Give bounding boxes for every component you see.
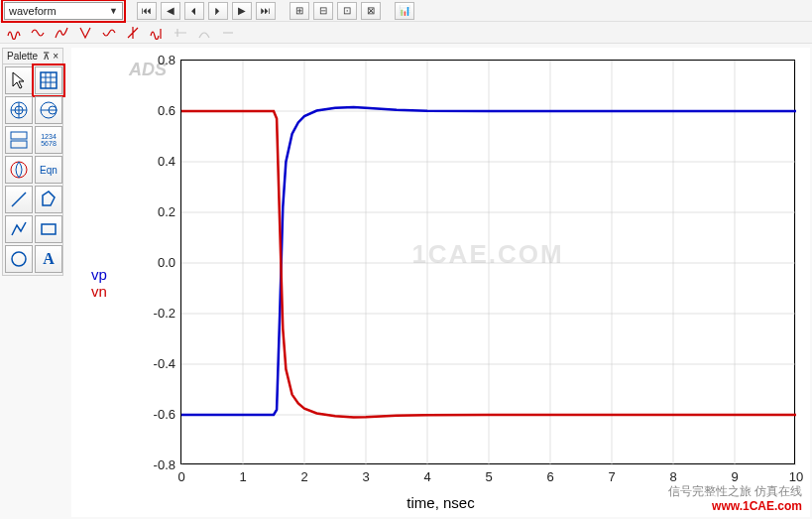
- x-tick-label: 7: [602, 469, 622, 484]
- footer-url: www.1CAE.com: [668, 499, 802, 515]
- x-tick-label: 4: [417, 469, 437, 484]
- footer-cn: 信号完整性之旅 仿真在线: [668, 484, 802, 500]
- rectangular-plot-tool[interactable]: [35, 66, 62, 94]
- y-tick-label: 0.0: [140, 255, 175, 270]
- zoom-out-button[interactable]: ⊟: [313, 2, 333, 20]
- marker-tool-1[interactable]: [4, 24, 24, 42]
- y-tick-label: -0.8: [140, 457, 175, 472]
- plot-region[interactable]: 1CAE.COM 012345678910-0.8-0.6-0.4-0.20.0…: [180, 60, 795, 464]
- stacked-plot-tool[interactable]: [5, 126, 33, 154]
- marker-tool-8[interactable]: [171, 24, 190, 42]
- svg-rect-5: [11, 132, 27, 139]
- antenna-plot-tool[interactable]: [5, 156, 33, 184]
- marker-tool-9[interactable]: [194, 24, 214, 42]
- plot-svg: [181, 61, 796, 465]
- y-tick-label: 0.2: [140, 204, 175, 219]
- chart-area: ADS vp vn 1CAE.COM 012345678910-0.8-0.6-…: [71, 48, 810, 517]
- palette-title-bar: Palette ⊼ ×: [3, 49, 62, 65]
- x-tick-label: 6: [540, 469, 560, 484]
- x-tick-label: 2: [294, 469, 314, 484]
- palette-controls[interactable]: ⊼ ×: [43, 51, 58, 62]
- palette-panel: Palette ⊼ × 12345678 Eqn A: [2, 48, 63, 276]
- marker-tool-7[interactable]: [147, 24, 167, 42]
- zoom-fit-button[interactable]: ⊡: [337, 2, 357, 20]
- toolbar-markers: [0, 22, 812, 44]
- nav-play-rev-button[interactable]: ⏴: [184, 2, 204, 20]
- footer-watermark: 信号完整性之旅 仿真在线 www.1CAE.com: [668, 484, 802, 515]
- polygon-tool[interactable]: [35, 186, 62, 213]
- x-tick-label: 5: [479, 469, 499, 484]
- svg-point-10: [12, 252, 26, 266]
- marker-tool-6[interactable]: [123, 24, 143, 42]
- y-tick-label: -0.2: [140, 306, 175, 321]
- equation-tool[interactable]: Eqn: [35, 156, 62, 184]
- pointer-tool[interactable]: [5, 66, 33, 94]
- y-tick-label: 0.6: [140, 103, 175, 118]
- marker-tool-3[interactable]: [52, 24, 71, 42]
- svg-rect-6: [11, 141, 27, 148]
- export-chart-button[interactable]: 📊: [395, 2, 414, 20]
- chevron-down-icon: ▼: [109, 6, 118, 16]
- svg-rect-0: [41, 72, 57, 88]
- y-tick-label: -0.6: [140, 407, 175, 422]
- series-label-vp: vp: [91, 266, 107, 283]
- polar-plot-tool[interactable]: [5, 96, 33, 124]
- list-tool[interactable]: 12345678: [35, 126, 62, 154]
- x-tick-label: 10: [786, 469, 806, 484]
- x-tick-label: 1: [233, 469, 253, 484]
- nav-first-button[interactable]: ⏮: [137, 2, 157, 20]
- line-tool[interactable]: [5, 186, 33, 213]
- toolbar-main: waveform ▼ ⏮ ◀ ⏴ ⏵ ▶ ⏭ ⊞ ⊟ ⊡ ⊠ 📊: [0, 0, 812, 22]
- nav-play-button[interactable]: ⏵: [208, 2, 228, 20]
- series-label-vn: vn: [91, 283, 107, 300]
- polyline-tool[interactable]: [5, 215, 33, 243]
- y-tick-label: -0.4: [140, 356, 175, 371]
- marker-tool-4[interactable]: [75, 24, 95, 42]
- dataset-dropdown[interactable]: waveform ▼: [4, 2, 123, 20]
- svg-point-7: [11, 162, 27, 178]
- marker-tool-5[interactable]: [99, 24, 119, 42]
- text-tool[interactable]: A: [35, 245, 62, 273]
- x-tick-label: 8: [663, 469, 683, 484]
- y-tick-label: 0.8: [140, 53, 175, 67]
- svg-line-8: [12, 193, 26, 206]
- x-tick-label: 3: [356, 469, 376, 484]
- rectangle-tool[interactable]: [35, 215, 62, 243]
- nav-last-button[interactable]: ⏭: [256, 2, 276, 20]
- y-tick-label: 0.4: [140, 154, 175, 169]
- nav-prev-button[interactable]: ◀: [161, 2, 180, 20]
- nav-next-button[interactable]: ▶: [232, 2, 252, 20]
- y-axis-labels: vp vn: [91, 266, 107, 300]
- zoom-in-button[interactable]: ⊞: [290, 2, 309, 20]
- x-tick-label: 9: [725, 469, 745, 484]
- svg-rect-9: [42, 224, 56, 234]
- x-axis-label: time, nsec: [406, 494, 474, 511]
- dropdown-value: waveform: [9, 5, 57, 17]
- zoom-select-button[interactable]: ⊠: [361, 2, 381, 20]
- marker-tool-2[interactable]: [28, 24, 48, 42]
- circle-tool[interactable]: [5, 245, 33, 273]
- marker-tool-10[interactable]: [218, 24, 238, 42]
- palette-title: Palette: [7, 51, 38, 62]
- smith-chart-tool[interactable]: [35, 96, 62, 124]
